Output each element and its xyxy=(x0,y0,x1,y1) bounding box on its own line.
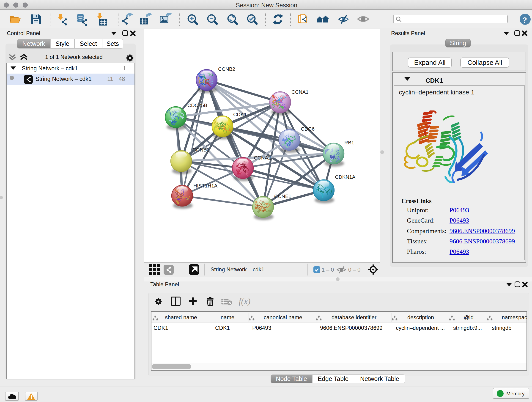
svg-text:CCNB2: CCNB2 xyxy=(218,66,235,72)
svg-text:CDK1: CDK1 xyxy=(233,112,247,117)
svg-text:HIST1H1A: HIST1H1A xyxy=(193,183,217,189)
svg-text:CDC25B: CDC25B xyxy=(187,102,207,108)
svg-text:CCNB1: CCNB1 xyxy=(192,147,210,153)
svg-text:CDC6: CDC6 xyxy=(301,126,315,132)
svg-text:CDKN1A: CDKN1A xyxy=(335,174,355,180)
svg-text:CCNE1: CCNE1 xyxy=(274,193,291,199)
svg-text:CCNA2: CCNA2 xyxy=(254,155,271,161)
svg-text:RB1: RB1 xyxy=(344,140,354,146)
svg-text:CCNA1: CCNA1 xyxy=(291,89,309,95)
